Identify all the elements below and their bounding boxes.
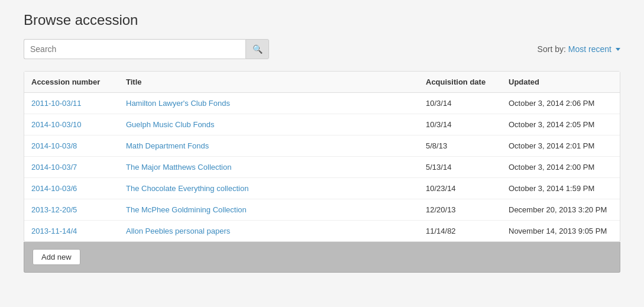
col-header-accession-number: Accession number <box>24 72 119 93</box>
title-link[interactable]: Allon Peebles personal papers <box>126 227 230 235</box>
cell-title: The Chocolate Everything collection <box>119 178 419 199</box>
search-input[interactable] <box>24 39 245 59</box>
cell-updated: December 20, 2013 3:20 PM <box>501 199 620 221</box>
toolbar: 🔍 Sort by: Most recent <box>24 39 620 59</box>
cell-title: Hamilton Lawyer's Club Fonds <box>119 93 419 114</box>
cell-updated: October 3, 2014 1:59 PM <box>501 178 620 199</box>
cell-updated: October 3, 2014 2:00 PM <box>501 157 620 178</box>
search-group: 🔍 <box>24 39 269 59</box>
page-title: Browse accession <box>24 12 620 28</box>
table-container: Accession number Title Acquisition date … <box>24 71 620 242</box>
cell-accession-number: 2014-10-03/10 <box>24 114 119 135</box>
cell-title: The Major Matthews Collection <box>119 157 419 178</box>
accession-number-link[interactable]: 2014-10-03/10 <box>31 120 82 129</box>
title-link[interactable]: The Major Matthews Collection <box>126 163 231 172</box>
accession-table: Accession number Title Acquisition date … <box>24 72 620 241</box>
table-row: 2014-10-03/6The Chocolate Everything col… <box>24 178 620 199</box>
table-row: 2014-10-03/8Math Department Fonds5/8/13O… <box>24 135 620 157</box>
cell-acquisition-date: 12/20/13 <box>419 199 501 221</box>
cell-acquisition-date: 10/3/14 <box>419 93 501 114</box>
cell-acquisition-date: 11/14/82 <box>419 221 501 242</box>
accession-number-link[interactable]: 2014-10-03/8 <box>31 141 77 150</box>
title-link[interactable]: The McPhee Goldmining Collection <box>126 205 247 214</box>
sort-label: Sort by: <box>538 44 566 54</box>
col-header-acquisition-date: Acquisition date <box>419 72 501 93</box>
cell-accession-number: 2013-12-20/5 <box>24 199 119 221</box>
table-row: 2011-10-03/11Hamilton Lawyer's Club Fond… <box>24 93 620 114</box>
chevron-down-icon <box>616 48 620 51</box>
table-row: 2014-10-03/10Guelph Music Club Fonds10/3… <box>24 114 620 135</box>
sort-select[interactable]: Most recent <box>568 44 620 54</box>
cell-title: Guelph Music Club Fonds <box>119 114 419 135</box>
table-header-row: Accession number Title Acquisition date … <box>24 72 620 93</box>
title-link[interactable]: Math Department Fonds <box>126 141 209 150</box>
table-row: 2014-10-03/7The Major Matthews Collectio… <box>24 157 620 178</box>
col-header-updated: Updated <box>501 72 620 93</box>
page-container: Browse accession 🔍 Sort by: Most recent … <box>0 0 644 307</box>
accession-number-link[interactable]: 2013-11-14/4 <box>31 227 77 235</box>
cell-title: Allon Peebles personal papers <box>119 221 419 242</box>
accession-number-link[interactable]: 2013-12-20/5 <box>31 205 77 214</box>
sort-group: Sort by: Most recent <box>538 44 620 54</box>
title-link[interactable]: Guelph Music Club Fonds <box>126 120 215 129</box>
cell-acquisition-date: 10/3/14 <box>419 114 501 135</box>
cell-acquisition-date: 5/13/14 <box>419 157 501 178</box>
accession-number-link[interactable]: 2014-10-03/7 <box>31 163 77 172</box>
cell-acquisition-date: 10/23/14 <box>419 178 501 199</box>
cell-accession-number: 2011-10-03/11 <box>24 93 119 114</box>
cell-accession-number: 2014-10-03/6 <box>24 178 119 199</box>
cell-accession-number: 2014-10-03/8 <box>24 135 119 157</box>
title-link[interactable]: The Chocolate Everything collection <box>126 184 248 193</box>
table-row: 2013-12-20/5The McPhee Goldmining Collec… <box>24 199 620 221</box>
accession-number-link[interactable]: 2011-10-03/11 <box>31 99 82 108</box>
cell-title: The McPhee Goldmining Collection <box>119 199 419 221</box>
cell-updated: November 14, 2013 9:05 PM <box>501 221 620 242</box>
title-link[interactable]: Hamilton Lawyer's Club Fonds <box>126 99 230 108</box>
search-icon: 🔍 <box>253 44 263 54</box>
sort-selected-value: Most recent <box>568 44 611 54</box>
cell-accession-number: 2013-11-14/4 <box>24 221 119 242</box>
cell-updated: October 3, 2014 2:01 PM <box>501 135 620 157</box>
table-row: 2013-11-14/4Allon Peebles personal paper… <box>24 221 620 242</box>
cell-title: Math Department Fonds <box>119 135 419 157</box>
cell-updated: October 3, 2014 2:06 PM <box>501 93 620 114</box>
cell-accession-number: 2014-10-03/7 <box>24 157 119 178</box>
footer-bar: Add new <box>24 242 620 273</box>
add-new-button[interactable]: Add new <box>33 249 80 265</box>
cell-acquisition-date: 5/8/13 <box>419 135 501 157</box>
search-button[interactable]: 🔍 <box>245 39 269 59</box>
accession-number-link[interactable]: 2014-10-03/6 <box>31 184 77 193</box>
cell-updated: October 3, 2014 2:05 PM <box>501 114 620 135</box>
col-header-title: Title <box>119 72 419 93</box>
